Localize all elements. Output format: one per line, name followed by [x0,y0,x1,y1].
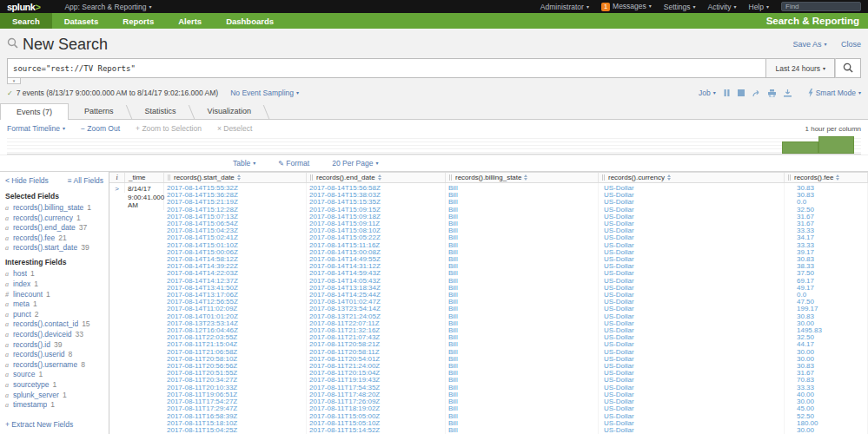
splunk-logo[interactable]: splunk> [7,2,40,12]
nav-item-datasets[interactable]: Datasets [52,13,111,29]
app-menu[interactable]: App: Search & Reporting [64,3,151,11]
billing-state-value[interactable]: Bill [446,349,598,356]
fee-value[interactable]: 47.50 [785,299,867,306]
event-timeline-chart[interactable] [7,135,861,155]
billing-state-value[interactable]: Bill [446,370,598,377]
fee-value[interactable]: 30.83 [785,192,867,199]
currency-value[interactable]: US-Dollar [599,398,784,405]
fee-value[interactable]: 37.50 [785,270,867,277]
currency-value[interactable]: US-Dollar [599,292,784,299]
end-date-value[interactable]: 2017-08-14T14:05:43Z [307,278,445,285]
billing-state-value[interactable]: Bill [446,292,598,299]
start-date-value[interactable]: 2017-08-14T15:04:23Z [164,227,306,234]
end-date-value[interactable]: 2017-08-14T13:18:34Z [307,285,445,292]
sort-icon[interactable] [524,174,527,181]
start-date-value[interactable]: 2017-08-11T16:58:39Z [164,413,306,420]
search-query-input[interactable] [7,58,765,78]
field-link[interactable]: a sourcetype 1 [5,381,103,389]
currency-value[interactable]: US-Dollar [599,270,784,277]
user-menu[interactable]: Administrator [540,3,589,11]
field-link[interactable]: a source 1 [5,371,103,378]
end-date-value[interactable]: 2017-08-14T15:00:08Z [307,249,445,256]
field-link[interactable]: a meta 1 [5,300,103,308]
activity-menu[interactable]: Activity [708,3,737,11]
format-timeline-menu[interactable]: Format Timeline [7,124,65,133]
field-link[interactable]: a records().end_date 37 [5,224,103,232]
billing-state-value[interactable]: Bill [446,199,598,206]
sort-icon[interactable] [836,174,839,181]
currency-value[interactable]: US-Dollar [599,413,784,420]
start-date-value[interactable]: 2017-08-14T15:12:28Z [164,207,306,214]
end-date-value[interactable]: 2017-08-11T21:07:43Z [307,334,445,341]
column-grip-icon[interactable] [168,174,170,181]
end-date-value[interactable]: 2017-08-11T17:54:35Z [307,385,445,391]
billing-state-value[interactable]: Bill [446,227,598,234]
end-date-value[interactable]: 2017-08-14T15:09:11Z [307,220,445,227]
start-date-value[interactable]: 2017-08-11T17:29:47Z [164,405,306,412]
currency-value[interactable]: US-Dollar [599,391,784,398]
find-input[interactable] [781,2,861,11]
field-link[interactable]: a records().start_date 39 [5,244,103,252]
end-date-value[interactable]: 2017-08-14T15:08:10Z [307,227,445,234]
start-date-value[interactable]: 2017-08-11T21:06:58Z [164,349,306,356]
nav-item-dashboards[interactable]: Dashboards [214,13,286,29]
billing-state-value[interactable]: Bill [446,234,598,241]
end-date-value[interactable]: 2017-08-11T20:54:01Z [307,356,445,363]
fee-value[interactable]: 30.00 [785,320,867,327]
end-date-value[interactable]: 2017-08-11T20:58:11Z [307,349,445,356]
start-date-value[interactable]: 2017-08-14T01:01:20Z [164,313,306,320]
billing-state-value[interactable]: Bill [446,341,598,348]
start-date-value[interactable]: 2017-08-14T14:39:22Z [164,263,306,270]
currency-value[interactable]: US-Dollar [599,306,784,312]
start-date-value[interactable]: 2017-08-14T14:22:03Z [164,270,306,277]
fee-value[interactable]: 0.0 [785,199,867,206]
column-header-end-date[interactable]: records().end_date [307,173,446,182]
end-date-value[interactable]: 2017-08-14T15:05:22Z [307,234,445,241]
billing-state-value[interactable]: Bill [446,363,598,370]
fee-value[interactable]: 33.33 [785,242,867,249]
field-link[interactable]: a records().contact_id 15 [5,320,103,328]
timeline-bar[interactable] [818,136,854,154]
view-mode-selector[interactable]: Table [233,159,255,168]
end-date-value[interactable]: 2017-08-11T15:05:00Z [307,413,445,420]
expand-event-icon[interactable]: > [109,183,125,193]
end-date-value[interactable]: 2017-08-14T15:56:58Z [307,185,445,192]
zoom-out-button[interactable]: − Zoom Out [81,124,120,133]
start-date-value[interactable]: 2017-08-14T11:02:09Z [164,306,306,312]
billing-state-value[interactable]: Bill [446,299,598,306]
start-date-value[interactable]: 2017-08-12T16:04:46Z [164,327,306,334]
field-link[interactable]: a host 1 [5,270,103,278]
billing-state-value[interactable]: Bill [446,249,598,256]
tab-patterns[interactable]: Patterns [69,103,129,119]
fee-value[interactable]: 30.83 [785,185,867,192]
currency-value[interactable]: US-Dollar [599,299,784,306]
column-header-billing-state[interactable]: records().billing_state [446,173,599,182]
fee-value[interactable]: 31.67 [785,214,867,220]
currency-value[interactable]: US-Dollar [599,227,784,234]
help-menu[interactable]: Help [749,3,770,11]
currency-value[interactable]: US-Dollar [599,320,784,327]
fee-value[interactable]: 31.67 [785,370,867,377]
fee-value[interactable]: 30.83 [785,256,867,263]
currency-value[interactable]: US-Dollar [599,249,784,256]
billing-state-value[interactable]: Bill [446,420,598,427]
end-date-value[interactable]: 2017-08-14T01:02:47Z [307,299,445,306]
tab-statistics[interactable]: Statistics [129,103,192,119]
timeline-bar[interactable] [782,141,818,154]
end-date-value[interactable]: 2017-08-14T15:11:16Z [307,242,445,249]
billing-state-value[interactable]: Bill [446,270,598,277]
currency-value[interactable]: US-Dollar [599,256,784,263]
currency-value[interactable]: US-Dollar [599,313,784,320]
fee-value[interactable]: 30.00 [785,427,867,434]
messages-menu[interactable]: 1Messages [601,2,652,11]
billing-state-value[interactable]: Bill [446,278,598,285]
print-icon[interactable] [768,89,776,97]
billing-state-value[interactable]: Bill [446,242,598,249]
currency-value[interactable]: US-Dollar [599,341,784,348]
currency-value[interactable]: US-Dollar [599,334,784,341]
billing-state-value[interactable]: Bill [446,220,598,227]
nav-item-alerts[interactable]: Alerts [166,13,214,29]
fee-value[interactable]: 44.17 [785,341,867,348]
currency-value[interactable]: US-Dollar [599,278,784,285]
end-date-value[interactable]: 2017-08-14T15:09:18Z [307,214,445,220]
